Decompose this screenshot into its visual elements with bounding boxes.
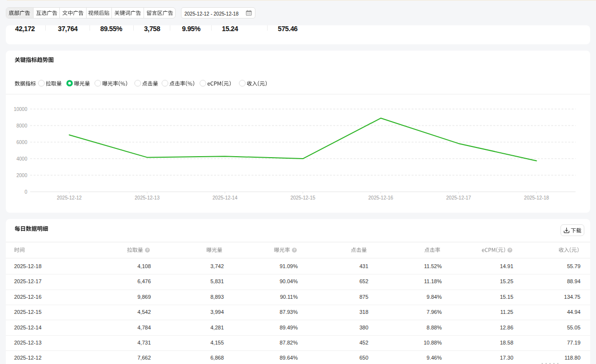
svg-text:2000: 2000: [17, 173, 28, 178]
svg-text:2025-12-12: 2025-12-12: [57, 195, 82, 200]
svg-text:?: ?: [293, 248, 296, 252]
svg-text:2025-12-17: 2025-12-17: [446, 195, 471, 200]
svg-text:?: ?: [509, 248, 511, 252]
svg-text:8000: 8000: [17, 123, 28, 128]
svg-text:2025-12-18: 2025-12-18: [524, 195, 549, 200]
svg-text:10000: 10000: [14, 107, 27, 112]
svg-text:2025-12-15: 2025-12-15: [290, 195, 316, 200]
svg-text:2025-12-13: 2025-12-13: [135, 195, 160, 200]
svg-text:0: 0: [24, 189, 27, 195]
svg-text:6000: 6000: [17, 140, 28, 145]
svg-text:2025-12-16: 2025-12-16: [368, 195, 394, 200]
svg-text:4000: 4000: [17, 156, 28, 162]
svg-text:?: ?: [146, 248, 149, 252]
svg-text:2025-12-14: 2025-12-14: [213, 195, 238, 200]
